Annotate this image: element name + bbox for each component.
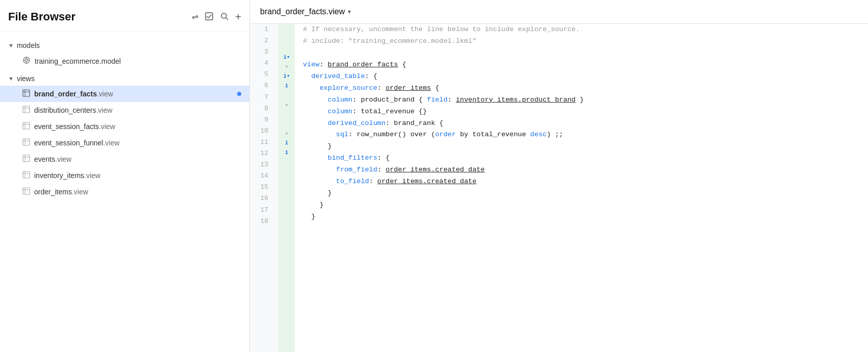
svg-rect-12 — [23, 106, 30, 113]
code-line-2: # include: "training_ecommerce.model.lkm… — [303, 36, 860, 47]
sidebar-title: File Browser — [8, 10, 75, 23]
distribution-centers-name: distribution_centers.view — [34, 106, 241, 114]
sidebar-toolbar: ⇌ + — [192, 12, 241, 22]
event-session-funnel-name: event_session_funnel.view — [34, 139, 241, 147]
brand-order-facts-name: brand_order_facts.view — [34, 90, 233, 98]
code-line-9: derived_column: brand_rank { — [303, 118, 860, 130]
gutter-17 — [278, 177, 295, 186]
svg-rect-27 — [23, 188, 30, 194]
svg-rect-18 — [23, 139, 30, 145]
code-line-7: column: product_brand { field: inventory… — [303, 94, 860, 106]
line-gutter: i▾ ▾ i▾ i ▾ ▾ i i — [278, 24, 295, 352]
code-line-6: explore_source: order_items { — [303, 83, 860, 94]
gutter-16 — [278, 167, 295, 177]
models-section-header[interactable]: ▼ models — [0, 38, 249, 53]
code-line-1: # If necessary, uncomment the line below… — [303, 24, 860, 36]
code-line-8: column: total_revenue {} — [303, 106, 860, 118]
file-tab[interactable]: brand_order_facts.view ▾ — [260, 7, 351, 16]
sidebar-item-event-session-facts[interactable]: event_session_facts.view — [0, 118, 249, 135]
svg-rect-0 — [206, 13, 213, 20]
models-items: training_ecommerce.model — [0, 53, 249, 69]
inventory-items-name: inventory_items.view — [34, 171, 241, 180]
split-icon[interactable]: ⇌ — [192, 13, 198, 21]
order-items-name: order_items.view — [34, 188, 241, 196]
gutter-11 — [278, 119, 295, 129]
models-label: models — [17, 41, 40, 49]
svg-rect-24 — [23, 171, 30, 178]
code-line-11: } — [303, 141, 860, 153]
svg-rect-9 — [23, 90, 30, 96]
sidebar-tree: ▼ models — [0, 32, 249, 352]
code-line-3 — [303, 47, 860, 59]
svg-point-4 — [25, 59, 28, 62]
gutter-6[interactable]: i▾ — [278, 71, 295, 81]
code-line-4: view: brand_order_facts { — [303, 59, 860, 71]
code-line-5: derived_table: { — [303, 71, 860, 83]
code-line-18 — [303, 223, 860, 235]
code-line-12: bind_filters: { — [303, 153, 860, 164]
code-line-10: sql: row_number() over (order by total_r… — [303, 129, 860, 141]
checkbox-icon[interactable] — [205, 12, 214, 22]
svg-rect-15 — [23, 122, 30, 129]
gutter-10 — [278, 110, 295, 119]
views-label: views — [17, 74, 35, 83]
sidebar-item-distribution-centers[interactable]: distribution_centers.view — [0, 102, 249, 118]
search-icon[interactable] — [220, 12, 229, 22]
views-section-header[interactable]: ▼ views — [0, 71, 249, 86]
sidebar-item-training-ecommerce-model[interactable]: training_ecommerce.model — [0, 53, 249, 69]
svg-point-1 — [221, 13, 226, 18]
view-icon-distribution-centers — [22, 106, 30, 115]
gutter-7[interactable]: i — [278, 81, 295, 91]
views-items: brand_order_facts.view distribution — [0, 86, 249, 200]
file-tab-chevron: ▾ — [348, 8, 351, 15]
gutter-5[interactable]: ▾ — [278, 62, 295, 72]
sidebar-item-brand-order-facts[interactable]: brand_order_facts.view — [0, 86, 249, 102]
view-icon-order-items — [22, 187, 30, 196]
main-content: brand_order_facts.view ▾ 1 2 3 4 5 6 7 8… — [250, 0, 868, 352]
editor-body[interactable]: 1 2 3 4 5 6 7 8 9 10 11 12 13 14 15 16 1… — [250, 24, 868, 352]
training-ecommerce-model-name: training_ecommerce.model — [35, 57, 121, 65]
events-name: events.view — [34, 155, 241, 163]
gutter-3 — [278, 43, 295, 53]
code-line-16: } — [303, 199, 860, 211]
sidebar-header: File Browser ⇌ + — [0, 0, 249, 32]
brand-order-facts-dot — [237, 92, 241, 96]
gutter-14[interactable]: i — [278, 148, 295, 158]
sidebar: File Browser ⇌ + ▼ models — [0, 0, 250, 352]
line-numbers: 1 2 3 4 5 6 7 8 9 10 11 12 13 14 15 16 1… — [250, 24, 278, 352]
code-line-17: } — [303, 211, 860, 223]
code-line-13: from_field: order_items.created_date — [303, 164, 860, 176]
code-line-15: } — [303, 188, 860, 199]
event-session-facts-name: event_session_facts.view — [34, 122, 241, 131]
models-chevron: ▼ — [8, 42, 14, 48]
view-icon-event-session-funnel — [22, 138, 30, 147]
svg-rect-21 — [23, 155, 30, 162]
sidebar-item-events[interactable]: events.view — [0, 151, 249, 167]
gutter-1 — [278, 24, 295, 34]
views-chevron: ▼ — [8, 76, 14, 82]
view-icon-event-session-facts — [22, 122, 30, 131]
svg-line-2 — [226, 18, 228, 20]
code-area[interactable]: # If necessary, uncomment the line below… — [295, 24, 868, 352]
sidebar-item-event-session-funnel[interactable]: event_session_funnel.view — [0, 135, 249, 151]
sidebar-item-order-items[interactable]: order_items.view — [0, 184, 249, 200]
add-icon[interactable]: + — [235, 12, 241, 22]
gutter-12[interactable]: ▾ — [278, 129, 295, 139]
gutter-13[interactable]: i — [278, 138, 295, 148]
model-icon — [22, 56, 31, 66]
models-section: ▼ models — [0, 38, 249, 69]
gutter-9[interactable]: ▾ — [278, 100, 295, 110]
view-icon-inventory-items — [22, 171, 30, 180]
gutter-15 — [278, 158, 295, 167]
gutter-18 — [278, 186, 295, 196]
view-icon-events — [22, 155, 30, 164]
gutter-8 — [278, 91, 295, 100]
gutter-2 — [278, 34, 295, 43]
view-icon-brand-order-facts — [22, 89, 30, 98]
file-tab-name: brand_order_facts.view — [260, 7, 345, 16]
editor-header: brand_order_facts.view ▾ — [250, 0, 868, 24]
code-line-14: to_field: order_items.created_date — [303, 176, 860, 188]
views-section: ▼ views brand_order_facts.view — [0, 71, 249, 200]
sidebar-item-inventory-items[interactable]: inventory_items.view — [0, 167, 249, 184]
gutter-4[interactable]: i▾ — [278, 53, 295, 62]
